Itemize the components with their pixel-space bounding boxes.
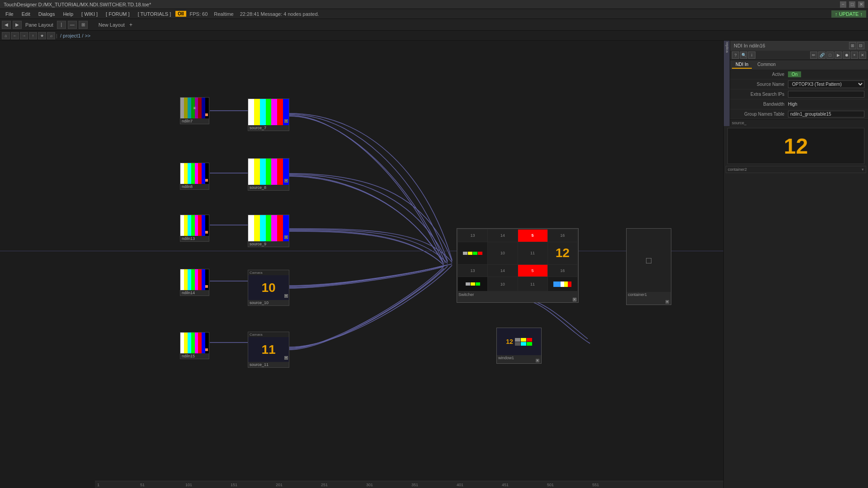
- update-button[interactable]: ↑ UPDATE ↑: [831, 10, 866, 18]
- toolbar-btn-2[interactable]: ▶: [13, 21, 22, 29]
- window1-label: window1: [497, 355, 541, 361]
- ndi-props-tabs: NDI In Common: [730, 60, 868, 70]
- toolbar-btn-1[interactable]: ◀: [2, 21, 11, 29]
- menu-forum[interactable]: [ FORUM ]: [102, 10, 133, 18]
- source-node-9[interactable]: source_9 ▾: [248, 215, 289, 247]
- menu-dialogs[interactable]: Dialogs: [35, 10, 59, 18]
- source-node-7[interactable]: source_7 ▾: [248, 99, 289, 131]
- ndi-node-15[interactable]: ndiln15: [180, 332, 209, 359]
- menu-help[interactable]: Help: [59, 10, 77, 18]
- ndi-node-8-label: ndiln8: [180, 184, 209, 189]
- h-divider: [0, 251, 723, 251]
- source-11-preview: 11: [248, 337, 289, 362]
- add-layout-button[interactable]: +: [129, 22, 132, 28]
- timeline-ruler: 1 51 101 151 201 251 301 351 401 451 501…: [95, 481, 723, 488]
- breadcrumb-up[interactable]: ↑: [29, 32, 37, 39]
- breadcrumb-bar: ⌂ ← → ↑ ★ ⌕ | / project1 / >>: [0, 31, 868, 41]
- ndi-props-title-area: NDI In ndiln16: [734, 43, 765, 48]
- prop-icon-help[interactable]: ?: [732, 52, 739, 59]
- ndi-node-8[interactable]: ndiln8: [180, 163, 209, 190]
- container2-number: 12: [784, 134, 808, 159]
- window1-preview: 12: [497, 328, 541, 355]
- source-name-label: Source Name: [734, 82, 788, 87]
- source-node-8[interactable]: source_8 ▾: [248, 158, 289, 191]
- source-node-10[interactable]: Camara 10 source_10 ▾: [248, 270, 289, 306]
- ndi-8-connector: [205, 179, 208, 182]
- minimize-button[interactable]: −: [840, 1, 846, 8]
- ndi-node-7-label: ndiln7: [180, 118, 209, 124]
- right-panel: replica NDI In ndiln16 ⊞ ⊟ ? 🔍 i: [723, 41, 868, 488]
- source-node-small-label: source_: [730, 119, 868, 126]
- node-canvas[interactable]: .conn-line { stroke: #6060a0; stroke-wid…: [0, 41, 723, 488]
- ndi-13-connector: [205, 231, 208, 234]
- ndi-node-15-label: ndiln15: [180, 353, 209, 359]
- toolbar-btn-4[interactable]: —: [68, 21, 77, 29]
- source-11-dropdown[interactable]: ▾: [284, 356, 288, 360]
- realtime-label: Realtime: [211, 10, 236, 18]
- new-layout-label[interactable]: New Layout: [96, 21, 127, 28]
- ndi-15-connector: [205, 348, 208, 351]
- source-11-number: 11: [261, 343, 275, 357]
- ndi-prop-icon-1[interactable]: ⊞: [849, 42, 856, 49]
- menu-edit[interactable]: Edit: [18, 10, 34, 18]
- group-names-input[interactable]: [788, 111, 864, 117]
- prop-icon-rec[interactable]: ⏺: [843, 52, 850, 59]
- properties-list: Active On Source Name OPTOPX3 (Test Patt…: [730, 70, 868, 119]
- tab-ndi-in[interactable]: NDI In: [732, 61, 752, 69]
- source-11-label: source_11: [248, 362, 289, 367]
- source-7-label: source_7: [248, 125, 289, 131]
- container1-dropdown[interactable]: ▾: [665, 300, 669, 304]
- container2-wrapper: 12 container2 ▾: [724, 126, 868, 175]
- container1-node[interactable]: □ container1 ▾: [626, 228, 671, 305]
- ndi-node-14[interactable]: ndiln14: [180, 269, 209, 296]
- source-node-11[interactable]: Camara 11 source_11 ▾: [248, 332, 289, 368]
- maximize-button[interactable]: □: [849, 1, 855, 8]
- menu-file[interactable]: File: [2, 10, 17, 18]
- ndi-node-13[interactable]: ndiln13: [180, 215, 209, 242]
- container2-preview: 12: [727, 128, 864, 164]
- prop-icon-close[interactable]: ✕: [859, 52, 866, 59]
- prop-icon-edit[interactable]: ✏: [810, 52, 817, 59]
- ndi-node-7[interactable]: ▣ ndiln7: [180, 97, 209, 124]
- active-toggle[interactable]: On: [788, 71, 801, 77]
- source-7-dropdown[interactable]: ▾: [284, 119, 288, 123]
- replica-tab[interactable]: replica: [724, 41, 730, 126]
- container2-arrow: ▾: [862, 167, 864, 172]
- breadcrumb-back[interactable]: ←: [11, 32, 19, 39]
- tab-common[interactable]: Common: [754, 61, 779, 69]
- source-10-dropdown[interactable]: ▾: [284, 294, 288, 298]
- bandwidth-value: High: [788, 102, 864, 107]
- source-9-dropdown[interactable]: ▾: [284, 235, 288, 239]
- menu-wiki[interactable]: [ WIKI ]: [78, 10, 101, 18]
- breadcrumb-bookmark[interactable]: ★: [38, 32, 46, 39]
- menu-bar: File Edit Dialogs Help [ WIKI ] [ FORUM …: [0, 9, 868, 19]
- extra-ips-input[interactable]: [788, 91, 864, 98]
- source-7-preview: [248, 99, 289, 125]
- switcher-dropdown[interactable]: ▾: [573, 298, 576, 301]
- switcher-node[interactable]: 13 14 5 16 10 11 12 13 14: [457, 228, 579, 303]
- source-name-dropdown[interactable]: OPTOPX3 (Test Pattern): [788, 80, 864, 88]
- ndi-prop-icon-2[interactable]: ⊟: [857, 42, 864, 49]
- breadcrumb-search[interactable]: ⌕: [47, 32, 55, 39]
- switcher-label: Switcher: [457, 292, 578, 297]
- prop-icon-link[interactable]: 🔗: [818, 52, 826, 59]
- ndi-props-title: NDI In ndiln16: [734, 43, 765, 48]
- window1-dropdown[interactable]: ▾: [536, 359, 539, 362]
- toolbar-btn-5[interactable]: ⊞: [79, 21, 88, 29]
- prop-icon-info[interactable]: i: [748, 52, 755, 59]
- source-8-preview: [248, 159, 289, 185]
- breadcrumb-forward[interactable]: →: [20, 32, 28, 39]
- breadcrumb-home[interactable]: ⌂: [2, 32, 10, 39]
- breadcrumb-root[interactable]: / project1 / >>: [59, 33, 92, 38]
- menu-tutorials[interactable]: [ TUTORIALS ]: [134, 10, 175, 18]
- prop-icon-box[interactable]: □: [826, 52, 834, 59]
- close-button[interactable]: ✕: [858, 1, 864, 8]
- toolbar-btn-3[interactable]: |: [57, 21, 66, 29]
- prop-extra-ips: Extra Search IPs: [730, 89, 868, 99]
- source-8-dropdown[interactable]: ▾: [284, 179, 288, 183]
- prop-icon-play[interactable]: ▶: [835, 52, 842, 59]
- window1-node[interactable]: 12 window1 ▾: [496, 328, 542, 364]
- prop-icon-search[interactable]: 🔍: [740, 52, 747, 59]
- props-header-area: replica NDI In ndiln16 ⊞ ⊟ ? 🔍 i: [724, 41, 868, 126]
- prop-icon-add[interactable]: +: [851, 52, 858, 59]
